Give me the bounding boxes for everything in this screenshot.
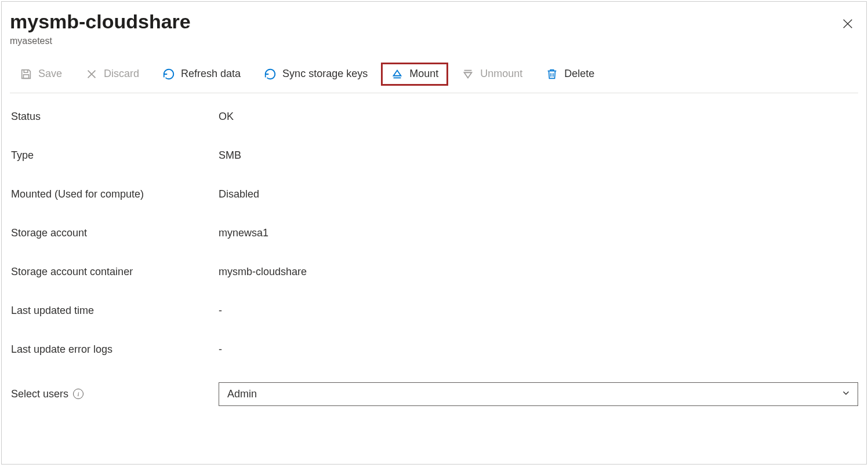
save-button: Save — [10, 63, 72, 86]
status-row: Status OK — [11, 111, 858, 123]
discard-button: Discard — [75, 63, 149, 86]
close-icon — [841, 17, 854, 30]
status-label: Status — [11, 111, 219, 123]
status-value: OK — [219, 111, 858, 123]
mount-button[interactable]: Mount — [381, 63, 448, 86]
select-users-dropdown[interactable]: Admin — [219, 382, 858, 406]
save-icon — [20, 68, 32, 81]
storage-account-row: Storage account mynewsa1 — [11, 227, 858, 239]
mount-icon — [391, 68, 404, 81]
sync-icon — [264, 68, 277, 81]
mounted-row: Mounted (Used for compute) Disabled — [11, 188, 858, 200]
last-updated-value: - — [219, 305, 858, 317]
last-updated-row: Last updated time - — [11, 305, 858, 317]
type-label: Type — [11, 149, 219, 162]
last-errors-label: Last update error logs — [11, 343, 219, 356]
page-subtitle: myasetest — [10, 36, 829, 46]
page-title: mysmb-cloudshare — [10, 10, 829, 34]
toolbar: Save Discard Refresh data — [10, 52, 858, 93]
last-updated-label: Last updated time — [11, 305, 219, 317]
sync-keys-button[interactable]: Sync storage keys — [254, 63, 377, 86]
storage-account-label: Storage account — [11, 227, 219, 239]
discard-icon — [85, 68, 98, 81]
header: mysmb-cloudshare myasetest — [10, 10, 858, 46]
storage-container-value: mysmb-cloudshare — [219, 266, 858, 278]
last-errors-value: - — [219, 343, 858, 356]
storage-container-row: Storage account container mysmb-cloudsha… — [11, 266, 858, 278]
unmount-button: Unmount — [452, 63, 532, 86]
last-errors-row: Last update error logs - — [11, 343, 858, 356]
details-section: Status OK Type SMB Mounted (Used for com… — [10, 111, 858, 406]
refresh-button[interactable]: Refresh data — [152, 63, 250, 86]
info-icon[interactable]: i — [73, 389, 83, 399]
type-value: SMB — [219, 149, 858, 162]
unmount-icon — [462, 68, 474, 81]
type-row: Type SMB — [11, 149, 858, 162]
share-panel: mysmb-cloudshare myasetest Save Discard — [1, 1, 867, 465]
refresh-icon — [162, 68, 175, 81]
storage-container-label: Storage account container — [11, 266, 219, 278]
select-users-value: Admin — [227, 388, 257, 400]
svg-rect-2 — [23, 75, 28, 78]
mounted-label: Mounted (Used for compute) — [11, 188, 219, 200]
storage-account-value: mynewsa1 — [219, 227, 858, 239]
delete-button[interactable]: Delete — [536, 63, 604, 86]
select-users-label: Select users i — [11, 388, 219, 400]
select-users-row: Select users i Admin — [11, 382, 858, 406]
mounted-value: Disabled — [219, 188, 858, 200]
close-button[interactable] — [837, 13, 858, 34]
delete-icon — [546, 68, 558, 81]
